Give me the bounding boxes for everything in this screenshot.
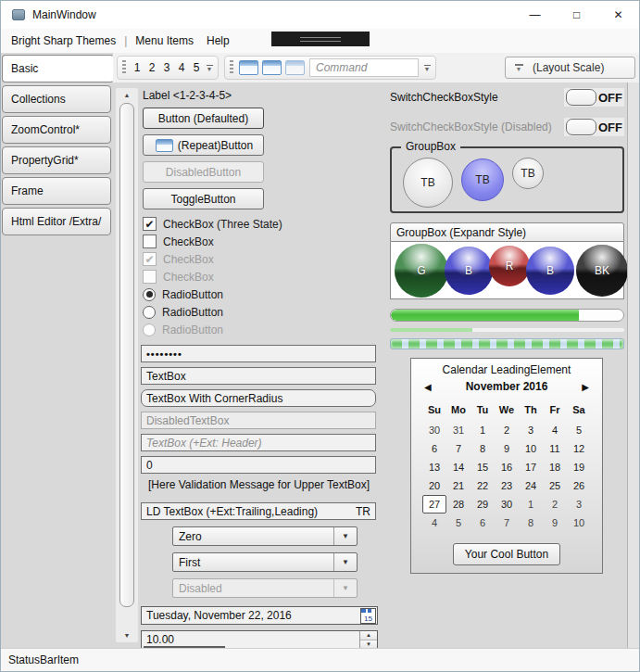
vertical-scrollbar[interactable]: ▲ ▼ [116, 88, 138, 642]
toolbar-overflow-button[interactable]: ▼ [421, 58, 433, 77]
expander-header[interactable]: GroupBox (Expandr Style) [390, 222, 624, 242]
menu-drag-handle[interactable] [271, 32, 370, 46]
calendar-day[interactable]: 8 [519, 514, 543, 532]
date-picker[interactable]: Tuesday, November 22, 2016 15 [141, 606, 378, 625]
calendar-icon[interactable]: 15 [360, 608, 376, 624]
calendar-day[interactable]: 5 [567, 421, 591, 439]
tab-basic[interactable]: Basic [2, 55, 114, 82]
calendar-day[interactable]: 16 [495, 458, 519, 476]
calendar-day[interactable]: 18 [543, 458, 567, 476]
calendar-day[interactable]: 21 [446, 476, 471, 495]
calendar-day[interactable]: 7 [495, 514, 519, 532]
calendar-day[interactable]: 15 [471, 458, 495, 476]
calendar-day[interactable]: 17 [519, 458, 543, 476]
your-cool-button[interactable]: Your Cool Button [453, 543, 560, 565]
switch-toggle[interactable]: OFF [564, 88, 624, 107]
window-icon-button[interactable] [239, 60, 258, 75]
calendar-prev-icon[interactable]: ◀ [424, 382, 437, 392]
textbox-cornerradius-input[interactable]: TextBox With CornerRadius [141, 389, 376, 407]
radio-icon[interactable] [143, 306, 156, 319]
calendar-day[interactable]: 6 [422, 439, 446, 458]
checkbox-icon[interactable] [143, 235, 157, 248]
switch-thumb[interactable] [566, 89, 596, 106]
calendar-day[interactable]: 28 [446, 495, 471, 514]
calendar-day[interactable]: 9 [543, 514, 567, 532]
calendar-day[interactable]: 11 [543, 439, 567, 458]
checkbox-unchecked[interactable]: CheckBox [143, 233, 380, 250]
tb-toggle-button[interactable]: TB [512, 158, 544, 189]
calendar-day[interactable]: 4 [422, 514, 446, 532]
textbox-zero-input[interactable]: 0 [141, 456, 376, 474]
tab-zoomcontrol[interactable]: ZoomControl* [2, 116, 111, 144]
toolbar-number-button[interactable]: 1 [130, 58, 144, 77]
textbox-input[interactable]: TextBox [141, 367, 376, 385]
chevron-down-icon[interactable]: ▼ [333, 527, 357, 545]
toolbar-overflow-button[interactable]: ▼ [204, 58, 215, 77]
spin-down-icon[interactable]: ▼ [360, 640, 377, 649]
calendar-day[interactable]: 29 [471, 495, 495, 514]
calendar-day[interactable]: 8 [471, 439, 495, 458]
minimize-button[interactable]: — [514, 1, 556, 29]
password-input[interactable]: •••••••• [141, 345, 376, 362]
calendar-day[interactable]: 14 [446, 458, 471, 476]
calendar-day[interactable]: 25 [543, 476, 567, 495]
calendar-day[interactable]: 13 [422, 458, 446, 476]
radio-selected[interactable]: RadioButton [143, 285, 380, 303]
calendar-day[interactable]: 27 [422, 495, 446, 514]
spin-up-icon[interactable]: ▲ [360, 631, 377, 640]
calendar-day[interactable]: 26 [567, 476, 591, 495]
ld-textbox-input[interactable]: LD TextBox (+Ext:Trailing,Leading) TR [141, 502, 376, 520]
calendar-day[interactable]: 19 [567, 458, 591, 476]
toolbar-number-button[interactable]: 4 [174, 58, 189, 77]
calendar-day[interactable]: 3 [567, 495, 591, 514]
calendar-day[interactable]: 9 [495, 439, 519, 458]
calendar-day[interactable]: 2 [495, 421, 519, 439]
calendar-day[interactable]: 22 [471, 476, 495, 495]
calendar-day[interactable]: 4 [543, 421, 567, 439]
checkbox-checked-icon[interactable]: ✔ [143, 217, 157, 231]
tab-propertygrid[interactable]: PropertyGrid* [2, 146, 111, 174]
calendar-day[interactable]: 20 [422, 476, 446, 495]
sphere-button-red[interactable]: R [489, 246, 530, 286]
menu-bright-sharp-themes[interactable]: Bright Sharp Themes [5, 29, 122, 53]
right-scrollbar-track[interactable] [627, 82, 639, 648]
toolbar-number-button[interactable]: 2 [144, 58, 159, 77]
layout-scale-dropdown[interactable]: ▼ (Layout Scale) [505, 57, 635, 79]
maximize-button[interactable]: □ [556, 1, 597, 29]
calendar-day[interactable]: 5 [446, 514, 471, 532]
command-input[interactable]: Command [309, 58, 419, 77]
tab-collections[interactable]: Collections [2, 85, 111, 113]
sphere-button-green[interactable]: G [395, 244, 448, 298]
scrollbar-thumb[interactable] [119, 103, 134, 607]
combobox-zero[interactable]: Zero ▼ [172, 526, 358, 546]
chevron-down-icon[interactable]: ▼ [333, 553, 357, 571]
menu-help[interactable]: Help [200, 29, 236, 53]
tb-toggle-button-selected[interactable]: TB [461, 158, 504, 201]
combobox-first[interactable]: First ▼ [172, 552, 358, 572]
calendar-day[interactable]: 3 [519, 421, 543, 439]
calendar-day[interactable]: 23 [495, 476, 519, 495]
calendar-day[interactable]: 10 [519, 439, 543, 458]
calendar-day[interactable]: 2 [543, 495, 567, 514]
calendar-day[interactable]: 30 [495, 495, 519, 514]
toolbar-grip-icon[interactable] [230, 60, 233, 75]
toolbar-number-button[interactable]: 3 [159, 58, 174, 77]
menu-menu-items[interactable]: Menu Items [129, 29, 200, 53]
calendar-day[interactable]: 7 [446, 439, 471, 458]
defaulted-button[interactable]: Button (Defaulted) [143, 108, 264, 129]
calendar-day[interactable]: 6 [471, 514, 495, 532]
toolbar-number-button[interactable]: 5 [189, 58, 204, 77]
numeric-updown[interactable]: 10.00 ▲ ▼ [141, 630, 378, 649]
calendar-day[interactable]: 1 [519, 495, 543, 514]
toggle-button[interactable]: ToggleButton [143, 188, 264, 209]
calendar-month-label[interactable]: November 2016 [437, 380, 576, 393]
sphere-button-blue[interactable]: B [526, 247, 574, 295]
calendar-next-icon[interactable]: ▶ [576, 382, 589, 392]
radio-icon[interactable] [143, 288, 156, 301]
calendar-day[interactable]: 12 [567, 439, 591, 458]
calendar-day[interactable]: 31 [446, 421, 471, 439]
tab-frame[interactable]: Frame [2, 177, 111, 205]
calendar-day[interactable]: 1 [471, 421, 495, 439]
close-button[interactable]: ✕ [597, 1, 639, 29]
tb-toggle-button[interactable]: TB [403, 158, 453, 208]
